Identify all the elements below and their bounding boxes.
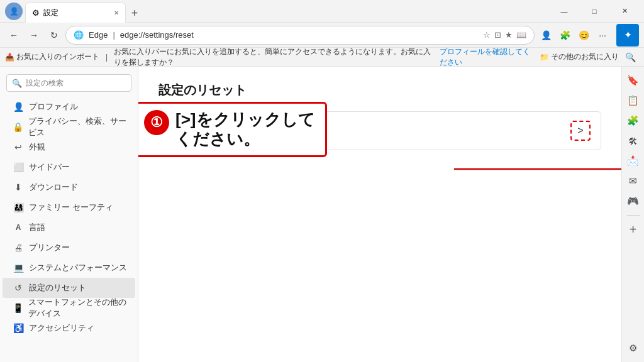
settings-sidebar: 🔍 👤 プロファイル 🔒 プライバシー、検索、サービス ↩ 外観 ⬜ サイドバー… <box>0 67 138 362</box>
sidebar-item-label: ファミリー セーフティ <box>29 202 113 213</box>
tab-strip: ⚙ 設定 ✕ + <box>25 0 550 23</box>
reading-icon[interactable]: 📖 <box>516 30 526 40</box>
annotation-line2: ください。 <box>175 129 260 148</box>
sidebar-item-label: 外観 <box>29 141 45 153</box>
feedback-icon[interactable]: 😊 <box>575 26 592 44</box>
system-nav-icon: 💻 <box>13 263 24 273</box>
close-button[interactable]: ✕ <box>610 1 639 21</box>
sidebar-item-system[interactable]: 💻 システムとパフォーマンス <box>3 258 135 278</box>
rs-mail-icon[interactable]: 📩 <box>625 152 642 170</box>
main-layout: 🔍 👤 プロファイル 🔒 プライバシー、検索、サービス ↩ 外観 ⬜ サイドバー… <box>0 67 644 362</box>
settings-search-box[interactable]: 🔍 <box>6 74 131 92</box>
sidebar-item-privacy[interactable]: 🔒 プライバシー、検索、サービス <box>3 117 135 137</box>
right-sidebar: 🔖 📋 🧩 🛠 📩 ✉ 🎮 + ⚙ <box>621 67 644 362</box>
profile-nav-icon: 👤 <box>13 102 24 112</box>
sidebar-item-label: アクセシビリティ <box>29 322 94 334</box>
sidebar-item-appearance[interactable]: ↩ 外観 <box>3 137 135 157</box>
rs-add-button[interactable]: + <box>625 221 642 238</box>
favbar-separator: | <box>106 53 108 62</box>
sidebar-item-family[interactable]: 👨‍👩‍👧 ファミリー セーフティ <box>3 197 135 217</box>
sidebar-item-reset[interactable]: ↺ 設定のリセット <box>3 278 135 298</box>
search-icon[interactable]: 🔍 <box>621 48 639 66</box>
content-area: 設定のリセット 設定を復元して既定値に戻します > ① [>]をクリックして く… <box>138 67 621 362</box>
addressbar: ← → ↻ 🌐 Edge | edge://settings/reset ☆ ⊡… <box>0 23 644 48</box>
sidebar-item-label: システムとパフォーマンス <box>29 262 127 273</box>
profile-check-link[interactable]: プロフィールを確認してください <box>440 47 536 68</box>
sidebar-nav-icon: ⬜ <box>13 162 24 172</box>
family-nav-icon: 👨‍👩‍👧 <box>13 202 24 212</box>
rs-bookmark-icon[interactable]: 🔖 <box>625 72 642 89</box>
downloads-nav-icon: ⬇ <box>13 182 24 192</box>
minimize-button[interactable]: — <box>550 1 579 21</box>
profile-icon[interactable]: 👤 <box>537 26 555 44</box>
sidebar-item-label: プリンター <box>29 242 70 253</box>
sidebar-item-profile[interactable]: 👤 プロファイル <box>3 97 135 117</box>
sidebar-item-language[interactable]: A 言語 <box>3 217 135 238</box>
sidebar-item-label: ダウンロード <box>29 182 78 193</box>
annotation-text: [>]をクリックして ください。 <box>175 110 315 149</box>
page-title: 設定のリセット <box>158 82 601 99</box>
rs-collections-icon[interactable]: 📋 <box>625 92 642 109</box>
annotation-overlay: ① [>]をクリックして ください。 <box>138 102 327 157</box>
new-tab-button[interactable]: + <box>126 5 143 23</box>
titlebar: 👤 ⚙ 設定 ✕ + — □ ✕ <box>0 0 644 23</box>
rs-settings-icon[interactable]: ⚙ <box>625 339 642 357</box>
reset-nav-icon: ↺ <box>13 283 24 293</box>
language-nav-icon: A <box>13 223 24 232</box>
annotation-box: ① [>]をクリックして ください。 <box>138 102 327 157</box>
reset-chevron-button[interactable]: > <box>570 121 591 141</box>
profile-avatar[interactable]: 👤 <box>5 3 23 20</box>
sidebar-item-sidebar[interactable]: ⬜ サイドバー <box>3 157 135 177</box>
settings-more-icon[interactable]: ··· <box>594 26 611 44</box>
other-favorites-folder[interactable]: 📁 その他のお気に入り <box>540 52 619 62</box>
sidebar-item-mobile[interactable]: 📱 スマートフォンとその他のデバイス <box>3 298 135 318</box>
sidebar-item-label: プライバシー、検索、サービス <box>28 116 128 138</box>
rs-game-icon[interactable]: 🎮 <box>625 192 642 210</box>
sidebar-item-label: プロファイル <box>29 101 78 112</box>
sidebar-item-downloads[interactable]: ⬇ ダウンロード <box>3 177 135 197</box>
toolbar-icons: 👤 🧩 😊 ··· <box>537 26 611 44</box>
mobile-nav-icon: 📱 <box>13 303 23 313</box>
address-action-icons: ☆ ⊡ ★ 📖 <box>483 30 526 40</box>
extensions-icon[interactable]: 🧩 <box>556 26 574 44</box>
star-icon[interactable]: ☆ <box>483 30 491 40</box>
rs-history-icon[interactable]: 🧩 <box>625 112 642 129</box>
url-text: edge://settings/reset <box>120 30 194 40</box>
sidebar-item-printer[interactable]: 🖨 プリンター <box>3 238 135 258</box>
forward-button[interactable]: → <box>25 26 43 44</box>
folder-icon: 📁 <box>540 53 549 62</box>
sidebar-item-label: 設定のリセット <box>29 282 86 293</box>
sidebar-item-label: サイドバー <box>29 162 70 173</box>
collections-icon[interactable]: ⊡ <box>494 30 501 40</box>
edge-label: Edge <box>89 30 108 40</box>
rs-message-icon[interactable]: ✉ <box>625 172 642 190</box>
import-favorites-button[interactable]: 📥 お気に入りのインポート <box>5 52 99 62</box>
import-icon: 📥 <box>5 53 14 62</box>
url-separator: | <box>113 30 114 40</box>
favorites-icon[interactable]: ★ <box>505 30 513 40</box>
refresh-button[interactable]: ↻ <box>45 26 63 44</box>
folder-label: その他のお気に入り <box>551 52 619 62</box>
rs-divider <box>627 215 640 216</box>
sidebar-item-label: 言語 <box>29 222 45 233</box>
accessibility-nav-icon: ♿ <box>13 323 24 333</box>
tab-close-button[interactable]: ✕ <box>114 9 119 16</box>
import-label: お気に入りのインポート <box>16 52 99 62</box>
settings-search-input[interactable] <box>26 79 126 87</box>
sidebar-item-accessibility[interactable]: ♿ アクセシビリティ <box>3 318 135 338</box>
annotation-number: ① <box>144 110 169 135</box>
tab-settings[interactable]: ⚙ 設定 ✕ <box>25 3 126 23</box>
search-icon: 🔍 <box>12 79 22 88</box>
tab-settings-icon: ⚙ <box>32 8 40 18</box>
printer-nav-icon: 🖨 <box>13 243 24 253</box>
maximize-button[interactable]: □ <box>580 1 609 21</box>
copilot-button[interactable]: ✦ <box>616 24 639 47</box>
favbar-right: 📁 その他のお気に入り 🔍 <box>540 48 639 66</box>
back-button[interactable]: ← <box>5 26 23 44</box>
sidebar-item-label: スマートフォンとその他のデバイス <box>28 297 128 319</box>
rs-tools-icon[interactable]: 🛠 <box>625 132 642 150</box>
window-controls: — □ ✕ <box>550 1 639 21</box>
address-input[interactable]: 🌐 Edge | edge://settings/reset ☆ ⊡ ★ 📖 <box>65 26 535 45</box>
appearance-nav-icon: ↩ <box>13 142 24 152</box>
privacy-nav-icon: 🔒 <box>13 122 23 132</box>
